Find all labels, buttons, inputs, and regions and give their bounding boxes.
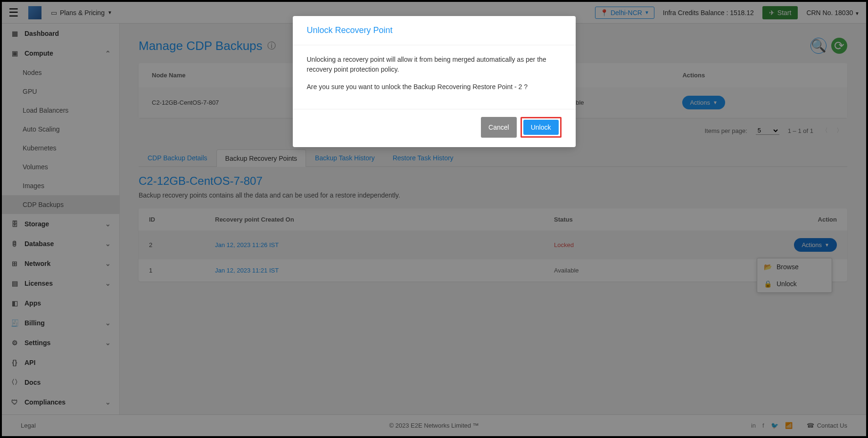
unlock-button-highlight: Unlock (521, 117, 562, 138)
modal-body: Unlocking a recovery point will allow it… (293, 45, 576, 109)
modal-footer: Cancel Unlock (293, 109, 576, 147)
modal-body-text-2: Are you sure you want to unlock the Back… (307, 82, 562, 92)
cancel-button[interactable]: Cancel (481, 117, 517, 138)
modal-title: Unlock Recovery Point (293, 16, 576, 45)
unlock-modal: Unlock Recovery Point Unlocking a recove… (293, 16, 576, 147)
unlock-button[interactable]: Unlock (523, 120, 559, 135)
modal-body-text-1: Unlocking a recovery point will allow it… (307, 55, 562, 74)
